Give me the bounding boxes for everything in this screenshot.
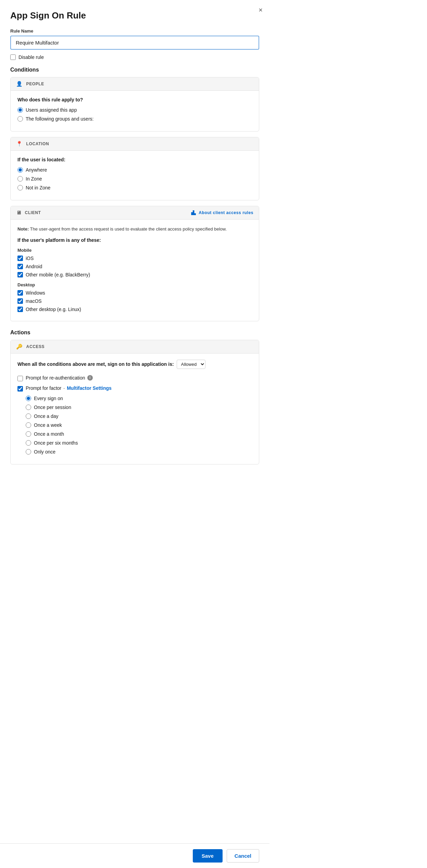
radio-in-zone[interactable]: In Zone xyxy=(17,176,252,182)
location-card-header: LOCATION xyxy=(11,137,259,151)
prompt-factor-label: Prompt for factor xyxy=(26,385,61,391)
prompt-factor-checkbox[interactable] xyxy=(17,386,23,392)
desktop-label: Desktop xyxy=(17,282,252,287)
location-header-label: LOCATION xyxy=(26,141,49,146)
location-icon xyxy=(16,141,23,147)
only-once-label: Only once xyxy=(34,449,55,455)
platform-question: If the user's platform is any of these: xyxy=(17,237,252,243)
info-icon[interactable]: i xyxy=(87,375,93,381)
checkbox-windows[interactable]: Windows xyxy=(17,290,252,296)
multifactor-settings-link[interactable]: Multifactor Settings xyxy=(67,385,112,391)
mobile-label: Mobile xyxy=(17,248,252,253)
access-select[interactable]: Allowed Denied xyxy=(177,360,205,369)
about-link-text: About client access rules xyxy=(199,210,253,215)
location-card: LOCATION If the user is located: Anywher… xyxy=(10,137,259,200)
other-desktop-label: Other desktop (e.g. Linux) xyxy=(26,307,81,312)
page-title: App Sign On Rule xyxy=(10,10,259,21)
windows-label: Windows xyxy=(26,290,45,296)
radio-once-per-session[interactable]: Once per session xyxy=(26,405,252,410)
people-header-label: PEOPLE xyxy=(26,82,44,86)
every-sign-on-label: Every sign on xyxy=(34,396,63,401)
checkbox-other-mobile[interactable]: Other mobile (e.g. BlackBerry) xyxy=(17,272,252,277)
checkbox-ios[interactable]: iOS xyxy=(17,256,252,261)
radio-users-assigned[interactable]: Users assigned this app xyxy=(17,107,252,113)
separator: · xyxy=(63,385,65,391)
once-a-week-label: Once a week xyxy=(34,422,62,428)
once-per-session-label: Once per session xyxy=(34,405,71,410)
prompt-reauth-checkbox[interactable] xyxy=(17,376,23,381)
radio-only-once[interactable]: Only once xyxy=(26,449,252,455)
client-card-header: CLIENT About client access rules xyxy=(11,206,259,220)
radio-not-in-zone[interactable]: Not in Zone xyxy=(17,185,252,190)
rule-name-input[interactable] xyxy=(10,36,259,50)
conditions-heading: Conditions xyxy=(10,67,259,73)
client-note: Note: The user-agent from the access req… xyxy=(17,226,252,233)
following-groups-label: The following groups and users: xyxy=(26,116,93,122)
rule-name-label: Rule Name xyxy=(10,28,259,34)
people-question: Who does this rule apply to? xyxy=(17,97,252,102)
client-card: CLIENT About client access rules Note: T… xyxy=(10,206,259,321)
macos-label: macOS xyxy=(26,298,42,304)
prompt-factor-row[interactable]: Prompt for factor · Multifactor Settings xyxy=(17,385,252,392)
ios-label: iOS xyxy=(26,256,34,261)
in-zone-label: In Zone xyxy=(26,176,42,182)
android-label: Android xyxy=(26,264,42,269)
radio-once-a-week[interactable]: Once a week xyxy=(26,422,252,428)
once-per-six-months-label: Once per six months xyxy=(34,440,78,446)
location-question: If the user is located: xyxy=(17,157,252,162)
key-icon xyxy=(16,344,23,350)
access-card-header: ACCESS xyxy=(11,340,259,354)
access-card: ACCESS When all the conditions above are… xyxy=(10,340,259,464)
actions-section: Actions ACCESS When all the conditions a… xyxy=(10,330,259,464)
users-assigned-label: Users assigned this app xyxy=(26,107,77,113)
people-card-header: PEOPLE xyxy=(11,77,259,91)
access-header-label: ACCESS xyxy=(26,344,45,349)
checkbox-android[interactable]: Android xyxy=(17,264,252,269)
once-a-month-label: Once a month xyxy=(34,431,64,437)
when-conditions-label: When all the conditions above are met, s… xyxy=(17,361,174,367)
client-icon xyxy=(16,210,22,216)
about-client-access-link[interactable]: About client access rules xyxy=(191,210,253,215)
people-card: PEOPLE Who does this rule apply to? User… xyxy=(10,77,259,132)
disable-rule-label: Disable rule xyxy=(18,54,44,60)
radio-every-sign-on[interactable]: Every sign on xyxy=(26,396,252,401)
when-conditions-row: When all the conditions above are met, s… xyxy=(17,360,252,369)
prompt-reauth-label: Prompt for re-authentication xyxy=(26,375,85,381)
bar-chart-icon xyxy=(191,210,196,215)
radio-once-per-six-months[interactable]: Once per six months xyxy=(26,440,252,446)
other-mobile-label: Other mobile (e.g. BlackBerry) xyxy=(26,272,90,277)
disable-rule-checkbox[interactable] xyxy=(10,54,16,60)
checkbox-other-desktop[interactable]: Other desktop (e.g. Linux) xyxy=(17,307,252,312)
frequency-options: Every sign on Once per session Once a da… xyxy=(26,396,252,455)
anywhere-label: Anywhere xyxy=(26,167,47,173)
close-button[interactable]: × xyxy=(259,6,263,14)
checkbox-macos[interactable]: macOS xyxy=(17,298,252,304)
people-icon xyxy=(16,81,23,87)
prompt-reauth-row[interactable]: Prompt for re-authentication i xyxy=(17,375,252,381)
not-in-zone-label: Not in Zone xyxy=(26,185,50,190)
radio-once-a-day[interactable]: Once a day xyxy=(26,413,252,419)
once-a-day-label: Once a day xyxy=(34,413,59,419)
actions-heading: Actions xyxy=(10,330,259,336)
radio-once-a-month[interactable]: Once a month xyxy=(26,431,252,437)
client-header-label: CLIENT xyxy=(25,210,41,215)
radio-following-groups[interactable]: The following groups and users: xyxy=(17,116,252,122)
radio-anywhere[interactable]: Anywhere xyxy=(17,167,252,173)
